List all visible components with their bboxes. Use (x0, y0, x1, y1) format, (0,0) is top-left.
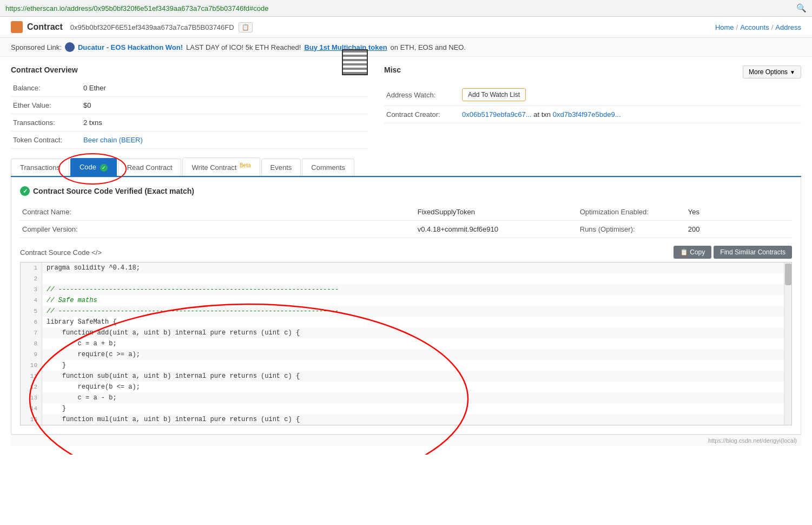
runs-value: 200 (686, 221, 792, 238)
tab-code[interactable]: Code ✓ (70, 158, 117, 176)
txn-hash-link[interactable]: 0xd7b3f4f97e5bde9... (553, 110, 621, 119)
overview-title: Contract Overview (11, 65, 78, 74)
line-number: 2 (21, 273, 42, 284)
line-content: // -------------------------------------… (42, 306, 339, 317)
tab-read-contract[interactable]: Read Contract (118, 159, 182, 176)
contract-info-table: Contract Name: FixedSupplyToken Optimiza… (20, 204, 792, 238)
sponsored-text: LAST DAY of ICO! 5k ETH Reached! (186, 43, 301, 51)
runs-label: Runs (Optimiser): (578, 221, 686, 238)
scrollbar-thumb[interactable] (785, 264, 791, 285)
copy-address-button[interactable]: 📋 (239, 22, 253, 32)
page-title: Contract (27, 22, 63, 32)
copy-icon: 📋 (680, 248, 688, 256)
tab-write-contract-label: Write Contract (192, 163, 236, 172)
ether-value-row: Ether Value: $0 (11, 97, 368, 114)
misc-title: Misc (384, 65, 401, 74)
code-editor: 1pragma solidity ^0.4.18;23// ----------… (20, 262, 792, 425)
source-code-buttons: 📋 Copy Find Similiar Contracts (674, 246, 792, 259)
scrollbar[interactable] (784, 262, 791, 425)
tabs-container: Transactions Code ✓ Read Contract Write … (11, 158, 801, 177)
code-line: 13 c = a - b; (21, 392, 791, 403)
verified-check-icon: ✓ (20, 186, 30, 196)
tab-transactions-label: Transactions (20, 163, 60, 172)
sponsored-bar: Sponsored Link: Ducatur - EOS Hackathon … (0, 38, 812, 57)
contract-name-value: FixedSupplyToken (415, 204, 578, 221)
code-line: 12 require(b <= a); (21, 382, 791, 392)
line-number: 10 (21, 360, 42, 371)
line-number: 12 (21, 382, 42, 392)
contract-creator-label: Contract Creator: (384, 106, 460, 123)
compiler-value: v0.4.18+commit.9cf6e910 (415, 221, 578, 238)
code-line: 6library SafeMath { (21, 317, 791, 327)
line-content: // -------------------------------------… (42, 284, 339, 295)
contract-name-row: Contract Name: FixedSupplyToken Optimiza… (20, 204, 792, 221)
write-contract-badge: Beta (240, 162, 251, 168)
misc-header: Misc More Options ▼ (384, 65, 801, 80)
nav-sep-2: / (771, 23, 774, 31)
token-contract-link[interactable]: Beer chain (BEER) (83, 136, 143, 144)
nav-sep-1: / (736, 23, 738, 31)
code-line: 1pragma solidity ^0.4.18; (21, 262, 791, 273)
more-options-button[interactable]: More Options ▼ (743, 65, 801, 78)
main-content: Contract Overview Balance: 0 Ether Ether… (0, 57, 812, 455)
more-options-label: More Options (749, 68, 788, 76)
line-number: 7 (21, 327, 42, 338)
sponsored-brand-icon (65, 42, 75, 52)
code-line: 14 } (21, 403, 791, 414)
line-number: 3 (21, 284, 42, 295)
browser-url: https://etherscan.io/address/0x95b0bf320… (5, 4, 268, 12)
tab-write-contract[interactable]: Write Contract Beta (182, 158, 260, 176)
line-content: function sub(uint a, uint b) internal pu… (42, 371, 300, 382)
line-content: // Safe maths (42, 295, 97, 306)
code-section-wrapper: ✓ Contract Source Code Verified (Exact m… (11, 177, 801, 446)
sponsored-suffix: on ETH, EOS and NEO. (391, 43, 466, 51)
tab-read-contract-label: Read Contract (127, 163, 173, 172)
tab-comments[interactable]: Comments (302, 159, 354, 176)
code-line: 8 c = a + b; (21, 338, 791, 349)
contract-creator-row: Contract Creator: 0x06b5179ebfa9c67... a… (384, 106, 801, 123)
code-line: 10 } (21, 360, 791, 371)
compiler-row: Compiler Version: v0.4.18+commit.9cf6e91… (20, 221, 792, 238)
source-code-title: Contract Source Code </> (20, 248, 102, 257)
code-line: 3// ------------------------------------… (21, 284, 791, 295)
line-content: require(b <= a); (42, 382, 140, 392)
qr-code (342, 49, 368, 75)
find-similar-button[interactable]: Find Similiar Contracts (714, 246, 792, 259)
dropdown-arrow-icon: ▼ (790, 69, 795, 75)
copy-button[interactable]: 📋 Copy (674, 246, 711, 259)
line-content: require(c >= a); (42, 349, 140, 360)
line-number: 5 (21, 306, 42, 317)
tab-transactions[interactable]: Transactions (11, 159, 69, 176)
nav-address-link[interactable]: Address (775, 23, 801, 31)
contract-name-label: Contract Name: (20, 204, 415, 221)
nav-left: Contract 0x95b0bf320F6E51ef3439aa673a7ca… (11, 21, 253, 33)
line-number: 13 (21, 392, 42, 403)
contract-overview: Contract Overview Balance: 0 Ether Ether… (11, 65, 368, 149)
code-verified-icon: ✓ (100, 164, 108, 172)
balance-row: Balance: 0 Ether (11, 80, 368, 97)
line-number: 4 (21, 295, 42, 306)
line-content: } (42, 403, 66, 414)
tab-events-label: Events (270, 163, 292, 172)
nav-accounts-link[interactable]: Accounts (740, 23, 769, 31)
code-line: 2 (21, 273, 791, 284)
watermark: https://blog.csdn.net/dengyi(local) (11, 435, 801, 446)
line-number: 9 (21, 349, 42, 360)
nav-home-link[interactable]: Home (715, 23, 734, 31)
line-number: 8 (21, 338, 42, 349)
tab-events[interactable]: Events (261, 159, 301, 176)
add-to-watch-list-button[interactable]: Add To Watch List (462, 88, 526, 101)
line-content: } (42, 360, 66, 371)
line-content: library SafeMath { (42, 317, 117, 327)
search-icon[interactable]: 🔍 (796, 3, 807, 13)
compiler-label: Compiler Version: (20, 221, 415, 238)
line-number: 1 (21, 262, 42, 273)
ether-value-label: Ether Value: (11, 97, 81, 114)
code-lines: 1pragma solidity ^0.4.18;23// ----------… (21, 262, 791, 425)
overview-table: Balance: 0 Ether Ether Value: $0 Transac… (11, 80, 368, 149)
creator-address-link[interactable]: 0x06b5179ebfa9c67... (462, 110, 532, 119)
transactions-value: 2 txns (81, 114, 368, 132)
at-txn-text: at txn (533, 110, 552, 119)
tab-code-label: Code (80, 163, 96, 171)
address-watch-row: Address Watch: Add To Watch List (384, 84, 801, 106)
